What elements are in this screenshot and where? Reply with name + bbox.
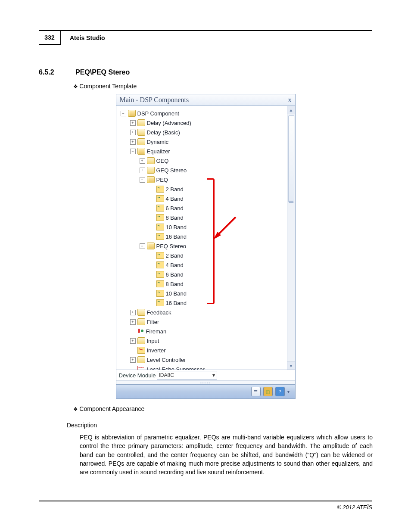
tree-node-root[interactable]: −DSP Component xyxy=(119,109,295,118)
tree-label: 8 Band xyxy=(166,281,184,287)
expand-icon[interactable]: + xyxy=(130,120,136,126)
tree-node-dynamic[interactable]: +Dynamic xyxy=(119,137,295,146)
tree-label: 2 Band xyxy=(166,186,184,193)
component-icon xyxy=(156,214,164,221)
collapse-icon[interactable]: − xyxy=(121,111,126,116)
component-icon xyxy=(156,299,164,306)
window-toolbar: ☰ ◫ ? ▾ xyxy=(116,384,295,398)
tree-node-delay-basic[interactable]: +Delay (Basic) xyxy=(119,128,295,137)
folder-open-icon xyxy=(128,110,136,117)
close-icon[interactable]: x xyxy=(288,96,292,104)
footer-rule xyxy=(39,501,372,501)
bullet-component-appearance: Component Appearance xyxy=(73,405,372,412)
expand-icon[interactable]: + xyxy=(130,338,136,344)
collapse-icon[interactable]: − xyxy=(140,243,145,249)
tree-node-geq-stereo[interactable]: +GEQ Stereo xyxy=(119,165,295,175)
tree-node-echo-suppressor[interactable]: Local Echo Suppressor xyxy=(119,364,295,370)
tree-label: Filter xyxy=(147,319,159,325)
toolbar-scheme-button[interactable]: ◫ xyxy=(263,387,273,396)
tree-label: Input xyxy=(147,338,159,344)
page-footer: © 2012 ATEÏS xyxy=(39,501,372,510)
expand-icon[interactable]: + xyxy=(140,158,145,164)
tree-label: Fireman xyxy=(146,328,167,335)
tree-label: 10 Band xyxy=(166,224,187,230)
expand-icon[interactable]: + xyxy=(140,168,145,173)
component-icon xyxy=(156,205,164,212)
device-module-value: IDA8C xyxy=(159,372,174,378)
expand-icon[interactable]: + xyxy=(130,130,136,135)
bullet-component-template: Component Template xyxy=(73,83,372,90)
page-number: 332 xyxy=(39,31,61,45)
component-icon xyxy=(156,290,164,297)
tree-label: Level Controller xyxy=(147,357,186,363)
tree-label: PEQ xyxy=(156,177,168,183)
scroll-thumb[interactable] xyxy=(288,115,294,202)
tree-node-geq[interactable]: +GEQ xyxy=(119,156,295,165)
device-module-row: Device Module IDA8C ▾ xyxy=(116,370,295,380)
tree-label: GEQ Stereo xyxy=(156,167,187,174)
collapse-icon[interactable]: − xyxy=(140,177,145,183)
highlight-bracket xyxy=(207,178,215,304)
tree-label: 16 Band xyxy=(166,233,187,240)
tree-node-level-controller[interactable]: +Level Controller xyxy=(119,355,295,364)
component-icon xyxy=(156,224,164,230)
scroll-down-icon[interactable]: ▼ xyxy=(287,361,295,370)
folder-icon xyxy=(137,119,145,126)
description-heading: Description xyxy=(67,422,372,429)
tree-label: 8 Band xyxy=(166,215,184,221)
tree-node-delay-advanced[interactable]: +Delay (Advanced) xyxy=(119,118,295,128)
tree-label: GEQ xyxy=(156,158,169,164)
window-title-text: Main - DSP Components xyxy=(120,96,189,104)
tree-node-input[interactable]: +Input xyxy=(119,336,295,345)
page: 332 Ateis Studio 6.5.2 PEQ\PEQ Stereo Co… xyxy=(0,0,411,532)
toolbar-dropdown-icon[interactable]: ▾ xyxy=(287,389,292,394)
scheme-icon: ◫ xyxy=(266,389,270,394)
tree-label: 2 Band xyxy=(166,252,184,259)
tree-node-feedback[interactable]: +Feedback xyxy=(119,308,295,317)
component-icon xyxy=(156,271,164,278)
tree-label: 4 Band xyxy=(166,262,184,268)
component-icon xyxy=(156,186,164,193)
folder-icon xyxy=(137,318,145,325)
tree-label: 16 Band xyxy=(166,300,187,306)
tree-node-equalizer[interactable]: −Equalizer xyxy=(119,146,295,156)
tree-label: Inverter xyxy=(147,347,166,354)
page-header-title: Ateis Studio xyxy=(61,31,372,45)
collapse-icon[interactable]: − xyxy=(130,149,136,154)
chevron-down-icon: ▾ xyxy=(212,372,215,378)
folder-icon xyxy=(137,129,145,136)
copyright-text: © 2012 ATEÏS xyxy=(39,504,372,510)
component-icon xyxy=(156,252,164,259)
resize-grip-icon[interactable]: ••••• xyxy=(116,380,295,384)
device-module-label: Device Module xyxy=(119,372,156,379)
expand-icon[interactable]: + xyxy=(130,357,136,363)
expand-icon[interactable]: + xyxy=(130,319,136,325)
tree-label: 6 Band xyxy=(166,271,184,278)
folder-icon xyxy=(137,356,145,363)
folder-icon xyxy=(147,157,155,164)
inverter-icon xyxy=(137,347,145,354)
tree-node-filter[interactable]: +Filter xyxy=(119,317,295,327)
component-icon xyxy=(156,280,164,287)
folder-open-icon xyxy=(147,176,155,183)
toolbar-help-button[interactable]: ? xyxy=(275,387,285,396)
window-titlebar: Main - DSP Components x xyxy=(116,94,295,106)
description-body: PEQ is abbreviation of parametric equali… xyxy=(80,433,373,476)
tree-label: Local Echo Suppressor xyxy=(147,366,205,370)
tree-node-inverter[interactable]: Inverter xyxy=(119,345,295,355)
device-module-select[interactable]: IDA8C ▾ xyxy=(157,371,217,380)
scroll-up-icon[interactable]: ▲ xyxy=(287,106,295,114)
component-icon xyxy=(156,261,164,268)
folder-open-icon xyxy=(147,243,155,249)
section-heading: 6.5.2 PEQ\PEQ Stereo xyxy=(39,68,372,76)
tree-label: DSP Component xyxy=(137,110,179,117)
tree-node-fireman[interactable]: Fireman xyxy=(119,327,295,336)
tree-label: Equalizer xyxy=(147,148,170,155)
component-icon xyxy=(156,195,164,202)
folder-icon xyxy=(137,309,145,316)
toolbar-list-button[interactable]: ☰ xyxy=(251,387,261,396)
expand-icon[interactable]: + xyxy=(130,310,136,315)
expand-icon[interactable]: + xyxy=(130,139,136,145)
scrollbar[interactable]: ▲ ▼ xyxy=(287,106,295,370)
tree-view[interactable]: ▲ ▼ −DSP Component +Delay (Advanced) +De… xyxy=(116,106,295,370)
